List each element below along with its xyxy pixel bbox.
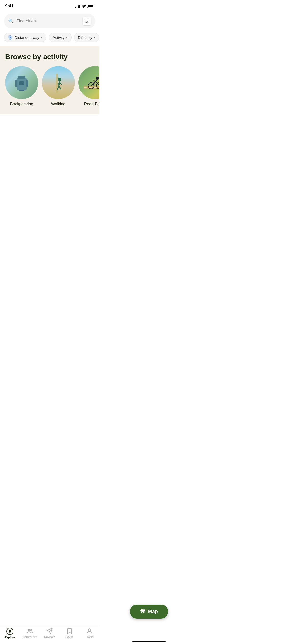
activity-label-road-biking: Road Biking	[84, 102, 99, 106]
content-area	[0, 114, 99, 216]
svg-rect-13	[19, 90, 24, 91]
svg-rect-10	[19, 81, 24, 85]
svg-line-20	[60, 82, 61, 84]
activity-label-walking: Walking	[51, 102, 65, 106]
chip-activity[interactable]: Activity ▾	[49, 33, 72, 42]
chip-difficulty[interactable]: Difficulty ▾	[74, 33, 99, 42]
svg-rect-12	[26, 80, 28, 87]
shield-plus-icon	[8, 35, 13, 40]
search-input[interactable]	[16, 19, 80, 24]
svg-line-29	[95, 80, 97, 82]
chip-activity-label: Activity	[53, 35, 65, 40]
status-bar: 9:41	[0, 0, 99, 11]
svg-line-27	[95, 82, 99, 86]
activity-circle-walking	[42, 66, 75, 99]
svg-point-15	[58, 78, 61, 81]
svg-line-18	[59, 86, 61, 89]
activity-circle-road-biking	[78, 66, 99, 99]
signal-bars-icon	[75, 5, 80, 8]
status-icons	[75, 5, 94, 8]
svg-point-3	[86, 20, 87, 20]
svg-point-5	[86, 22, 87, 23]
chip-difficulty-chevron: ▾	[94, 36, 95, 39]
chip-activity-chevron: ▾	[66, 36, 68, 39]
search-icon: 🔍	[8, 18, 14, 24]
sliders-icon	[85, 19, 89, 23]
chip-difficulty-label: Difficulty	[78, 35, 92, 40]
activity-label-backpacking: Backpacking	[10, 102, 33, 106]
svg-point-4	[87, 21, 88, 22]
walking-illustration	[48, 71, 69, 94]
activity-item-walking[interactable]: Walking	[42, 66, 75, 106]
activity-item-road-biking[interactable]: Road Biking	[78, 66, 99, 106]
filter-button[interactable]	[83, 17, 91, 25]
status-time: 9:41	[5, 4, 14, 9]
browse-title: Browse by activity	[0, 53, 99, 66]
chip-distance-chevron: ▾	[41, 36, 43, 39]
svg-rect-9	[18, 76, 25, 79]
svg-rect-14	[56, 74, 58, 93]
chip-distance-label: Distance away	[15, 35, 39, 40]
battery-icon	[87, 5, 94, 8]
svg-line-26	[91, 82, 95, 86]
svg-point-23	[96, 77, 99, 80]
svg-rect-11	[15, 80, 17, 87]
wifi-icon	[82, 5, 86, 8]
backpacking-illustration	[13, 72, 31, 93]
filter-chips: Distance away ▾ Activity ▾ Difficulty ▾	[0, 31, 99, 46]
activity-circle-backpacking	[5, 66, 38, 99]
svg-line-31	[94, 80, 95, 82]
chip-distance-away[interactable]: Distance away ▾	[4, 33, 46, 42]
browse-section: Browse by activity Backpacking	[0, 46, 99, 114]
activity-scroll: Backpacking Walking	[0, 66, 99, 106]
activity-item-backpacking[interactable]: Backpacking	[5, 66, 38, 106]
search-container: 🔍	[0, 11, 99, 31]
search-bar[interactable]: 🔍	[4, 14, 95, 28]
road-biking-illustration	[84, 72, 99, 93]
